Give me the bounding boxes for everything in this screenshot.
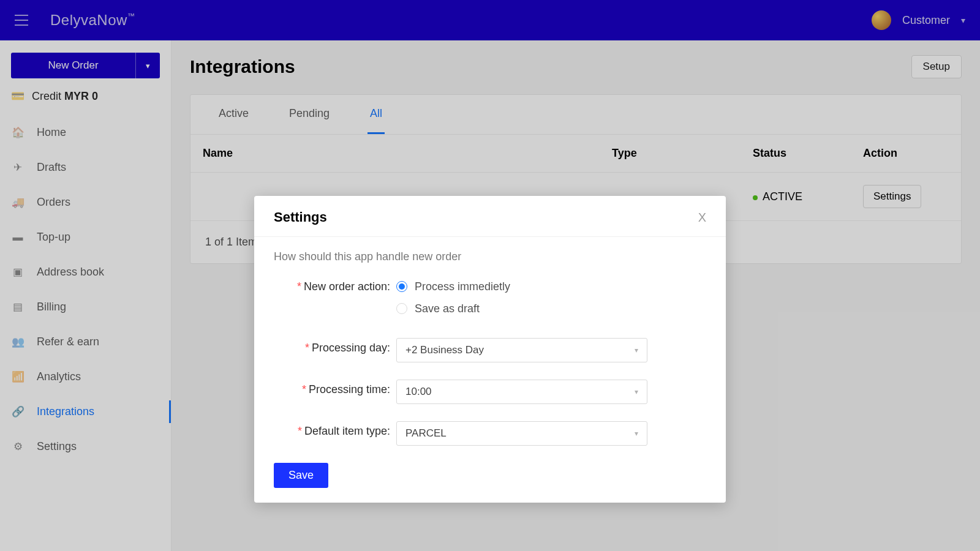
radio-icon-unselected [396, 303, 407, 314]
chevron-down-icon: ▾ [635, 429, 638, 438]
select-processing-day[interactable]: +2 Business Day ▾ [396, 338, 647, 362]
label-new-order-action: New order action [304, 280, 387, 293]
chevron-down-icon: ▾ [635, 388, 638, 396]
modal-title: Settings [274, 209, 327, 225]
radio-process-immediately[interactable]: Process immedietly [396, 277, 706, 296]
select-processing-time[interactable]: 10:00 ▾ [396, 380, 647, 404]
radio-label: Save as draft [415, 302, 480, 315]
select-default-item-type[interactable]: PARCEL ▾ [396, 421, 647, 446]
radio-label: Process immedietly [415, 280, 510, 293]
save-button[interactable]: Save [274, 463, 328, 488]
radio-icon-selected [396, 281, 407, 292]
select-value: PARCEL [405, 427, 447, 440]
settings-modal: Settings X How should this app handle ne… [254, 196, 726, 503]
radio-save-as-draft[interactable]: Save as draft [396, 299, 706, 318]
select-value: 10:00 [405, 386, 432, 398]
select-value: +2 Business Day [405, 344, 484, 356]
modal-subtitle: How should this app handle new order [274, 250, 706, 263]
label-processing-day: Processing day [312, 342, 387, 354]
close-icon[interactable]: X [698, 211, 706, 225]
chevron-down-icon: ▾ [635, 346, 638, 354]
modal-overlay[interactable]: Settings X How should this app handle ne… [0, 0, 980, 551]
label-processing-time: Processing time [309, 383, 387, 395]
label-default-item-type: Default item type [304, 425, 387, 437]
